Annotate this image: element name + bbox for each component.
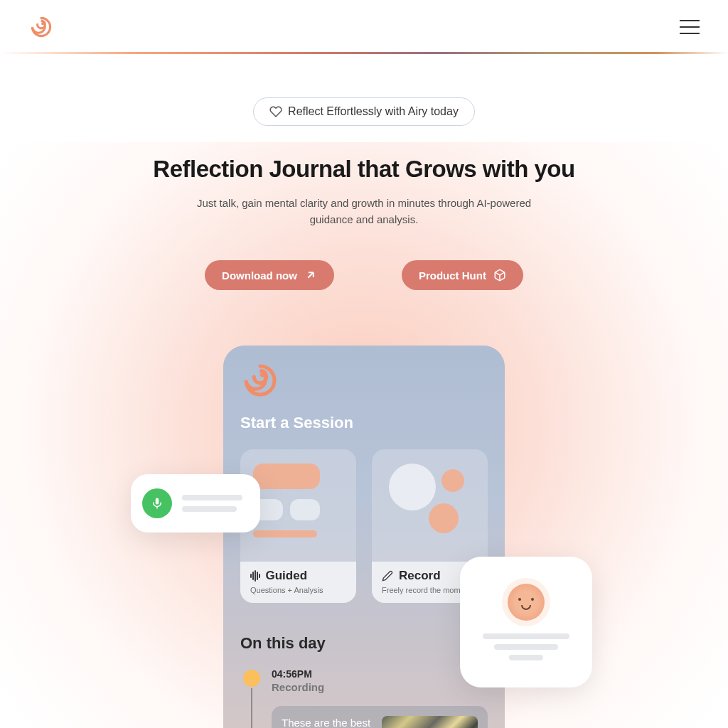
phone-logo-icon (240, 363, 280, 398)
brand-logo[interactable] (28, 14, 54, 40)
producthunt-button[interactable]: Product Hunt (402, 260, 523, 290)
download-button[interactable]: Download now (205, 260, 334, 290)
mic-button[interactable] (142, 488, 172, 518)
heart-icon (269, 105, 282, 118)
pencil-icon (382, 570, 393, 582)
hamburger-icon (680, 20, 700, 21)
timeline-line (251, 688, 252, 728)
guided-session-card[interactable]: Guided Questions + Analysis (240, 449, 356, 603)
menu-button[interactable] (680, 20, 700, 34)
mood-face (508, 584, 545, 621)
hero-section: Reflect Effortlessly with Airy today Ref… (0, 55, 728, 728)
start-session-heading: Start a Session (240, 414, 488, 432)
guided-sub: Questions + Analysis (250, 586, 346, 594)
site-header (0, 0, 728, 55)
soundwave-icon (250, 570, 260, 582)
on-this-day-heading: On this day (240, 634, 488, 653)
floating-reflect-card (460, 557, 592, 687)
session-cards-row: Guided Questions + Analysis Reco (240, 449, 488, 603)
spiral-logo-icon (28, 14, 54, 40)
floating-mic-card (131, 474, 260, 532)
cta-row: Download now Product Hunt (0, 260, 728, 290)
record-title: Record (399, 569, 441, 583)
page-headline: Reflection Journal that Grows with you (0, 156, 728, 183)
reflect-pill-button[interactable]: Reflect Effortlessly with Airy today (253, 97, 475, 126)
entry-time: 04:56PM (272, 668, 488, 680)
entry-text: These are the best clouds that I have ev… (282, 716, 372, 728)
arrow-up-right-icon (304, 269, 317, 282)
microphone-icon (151, 497, 164, 510)
svg-point-2 (260, 373, 264, 378)
guided-illustration (253, 464, 320, 537)
page-subhead: Just talk, gain mental clarity and growt… (193, 196, 535, 228)
entry-body[interactable]: These are the best clouds that I have ev… (272, 706, 488, 728)
guided-title: Guided (266, 569, 308, 583)
reflect-placeholder-lines (460, 633, 592, 660)
mic-placeholder-lines (182, 495, 249, 512)
journal-entry: 04:56PM Recording These are the best clo… (240, 668, 488, 728)
timeline-dot (243, 670, 260, 687)
entry-label: Recording (272, 681, 488, 693)
pill-label: Reflect Effortlessly with Airy today (288, 105, 459, 118)
svg-point-0 (41, 23, 44, 26)
box-icon (493, 269, 506, 282)
entry-image (382, 716, 478, 728)
